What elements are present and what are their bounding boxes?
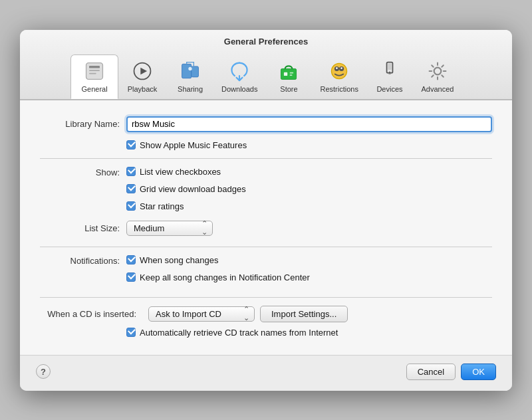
apple-music-checkbox[interactable]: [126, 140, 136, 150]
auto-retrieve-row: Automatically retrieve CD track names fr…: [126, 328, 492, 338]
svg-point-17: [340, 67, 342, 69]
song-changes-checkbox[interactable]: [126, 255, 136, 264]
song-changes-row: When song changes: [126, 255, 310, 265]
apple-music-label[interactable]: Show Apple Music Features: [140, 140, 247, 150]
svg-line-29: [442, 65, 443, 66]
show-section: Show: List view checkboxes Grid view dow…: [40, 167, 492, 215]
show-label: Show:: [40, 167, 126, 177]
title-bar: General Preferences General: [20, 30, 512, 100]
tab-playback[interactable]: Playback: [118, 54, 166, 99]
toolbar: General Playback: [20, 52, 512, 99]
divider-2: [40, 247, 492, 247]
svg-rect-11: [290, 72, 293, 73]
svg-rect-12: [290, 74, 293, 76]
tab-restrictions-label: Restrictions: [320, 85, 358, 93]
general-icon: [82, 59, 106, 83]
svg-rect-1: [89, 66, 100, 68]
content-area: Library Name: Show Apple Music Features …: [20, 100, 512, 355]
tab-devices[interactable]: Devices: [366, 54, 414, 99]
playback-icon: [130, 59, 154, 83]
apple-music-row: Show Apple Music Features: [126, 140, 492, 150]
bottom-bar: ? Cancel OK: [20, 355, 512, 391]
cd-dropdown[interactable]: Ask to Import CD Import CD Import CD and…: [148, 306, 255, 322]
grid-view-row: Grid view download badges: [126, 184, 246, 194]
divider-1: [40, 158, 492, 159]
list-size-label: List Size:: [40, 223, 126, 233]
preferences-window: General Preferences General: [20, 30, 512, 391]
help-button[interactable]: ?: [36, 364, 51, 379]
tab-devices-label: Devices: [376, 85, 402, 93]
store-icon: [277, 59, 301, 83]
import-settings-button[interactable]: Import Settings...: [260, 306, 348, 322]
devices-icon: [378, 59, 402, 83]
library-name-row: Library Name:: [40, 116, 492, 132]
svg-point-22: [434, 67, 442, 74]
tab-store[interactable]: Store: [265, 54, 313, 99]
grid-view-checkbox[interactable]: [126, 184, 136, 193]
list-view-checkbox[interactable]: [126, 167, 136, 176]
show-checkboxes: List view checkboxes Grid view download …: [126, 167, 246, 215]
downloads-icon: [227, 59, 251, 83]
cd-section: When a CD is inserted: Ask to Import CD …: [40, 306, 492, 322]
tab-sharing[interactable]: Sharing: [166, 54, 214, 99]
tab-advanced-label: Advanced: [421, 85, 454, 93]
list-size-row: List Size: Small Medium Large ⌃⌄: [40, 221, 492, 236]
keep-song-changes-label[interactable]: Keep all song changes in Notification Ce…: [140, 272, 310, 282]
svg-point-8: [188, 66, 192, 70]
svg-rect-2: [89, 70, 100, 71]
notifications-label: Notifications:: [40, 255, 126, 266]
tab-downloads-label: Downloads: [221, 85, 257, 93]
cancel-button[interactable]: Cancel: [406, 364, 456, 380]
ok-button[interactable]: OK: [461, 364, 496, 380]
tab-restrictions[interactable]: Restrictions: [313, 54, 365, 99]
keep-song-changes-checkbox[interactable]: [126, 272, 136, 282]
library-name-input[interactable]: [126, 116, 492, 132]
svg-rect-21: [388, 73, 391, 74]
auto-retrieve-checkbox-row: Automatically retrieve CD track names fr…: [126, 328, 492, 338]
svg-point-20: [389, 71, 390, 72]
svg-point-16: [336, 67, 338, 69]
list-view-label[interactable]: List view checkboxes: [140, 167, 221, 177]
window-title: General Preferences: [20, 37, 512, 47]
svg-point-13: [332, 63, 347, 78]
svg-rect-9: [281, 68, 297, 79]
auto-retrieve-label[interactable]: Automatically retrieve CD track names fr…: [140, 328, 338, 338]
svg-rect-19: [388, 63, 391, 70]
apple-music-checkbox-row: Show Apple Music Features: [126, 140, 492, 150]
auto-retrieve-checkbox[interactable]: [126, 328, 136, 337]
tab-playback-label: Playback: [128, 85, 158, 93]
svg-rect-3: [89, 72, 96, 74]
tab-general-label: General: [81, 85, 107, 93]
svg-rect-6: [182, 64, 192, 78]
song-changes-label[interactable]: When song changes: [140, 255, 219, 265]
cd-select-wrapper: Ask to Import CD Import CD Import CD and…: [148, 306, 255, 322]
notifications-section: Notifications: When song changes Keep al…: [40, 255, 492, 286]
star-ratings-label[interactable]: Star ratings: [140, 201, 184, 211]
divider-3: [40, 297, 492, 298]
svg-rect-7: [192, 66, 199, 76]
list-size-select-wrapper: Small Medium Large ⌃⌄: [126, 221, 213, 236]
list-size-select[interactable]: Small Medium Large: [126, 221, 213, 236]
restrictions-icon: [327, 59, 351, 83]
tab-sharing-label: Sharing: [178, 85, 203, 93]
advanced-icon: [426, 59, 450, 83]
bottom-buttons: Cancel OK: [406, 364, 496, 380]
library-name-label: Library Name:: [40, 119, 126, 129]
star-ratings-row: Star ratings: [126, 201, 246, 211]
notification-checkboxes: When song changes Keep all song changes …: [126, 255, 310, 286]
tab-downloads[interactable]: Downloads: [214, 54, 265, 99]
svg-line-30: [432, 75, 433, 76]
star-ratings-checkbox[interactable]: [126, 201, 136, 211]
tab-advanced[interactable]: Advanced: [414, 54, 462, 99]
tab-store-label: Store: [280, 85, 297, 93]
tab-general[interactable]: General: [70, 54, 118, 99]
svg-marker-5: [140, 67, 147, 74]
keep-song-changes-row: Keep all song changes in Notification Ce…: [126, 272, 310, 282]
sharing-icon: [178, 59, 202, 83]
grid-view-label[interactable]: Grid view download badges: [140, 184, 246, 194]
cd-inserted-label: When a CD is inserted:: [40, 309, 143, 319]
list-view-row: List view checkboxes: [126, 167, 246, 177]
svg-line-28: [442, 75, 443, 76]
svg-line-27: [432, 65, 433, 66]
svg-rect-10: [284, 72, 287, 75]
